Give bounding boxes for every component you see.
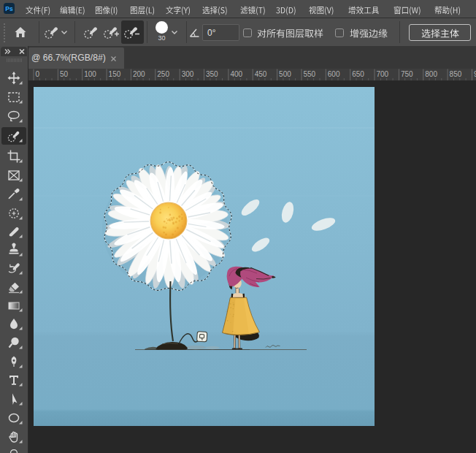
svg-text:550: 550 <box>304 70 316 78</box>
svg-text:400: 400 <box>230 70 242 78</box>
svg-text:650: 650 <box>352 70 364 78</box>
svg-text:700: 700 <box>377 70 389 78</box>
svg-text:350: 350 <box>206 70 218 78</box>
svg-text:300: 300 <box>182 70 194 78</box>
svg-text:250: 250 <box>157 70 169 78</box>
svg-text:450: 450 <box>255 70 267 78</box>
svg-text:850: 850 <box>450 70 462 78</box>
svg-text:0: 0 <box>36 70 40 78</box>
svg-text:100: 100 <box>84 70 96 78</box>
svg-text:500: 500 <box>279 70 291 78</box>
svg-text:800: 800 <box>425 70 437 78</box>
svg-text:600: 600 <box>328 70 340 78</box>
svg-text:150: 150 <box>109 70 121 78</box>
svg-text:200: 200 <box>133 70 145 78</box>
svg-text:50: 50 <box>60 70 69 78</box>
svg-text:750: 750 <box>401 70 413 78</box>
